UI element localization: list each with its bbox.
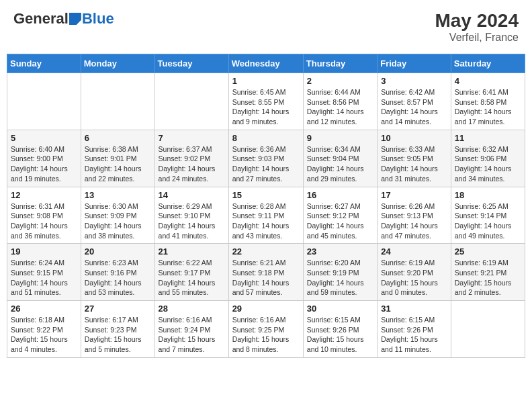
day-info: Sunrise: 6:15 AMSunset: 9:26 PMDaylight:… — [307, 315, 373, 355]
table-row: 18Sunrise: 6:25 AMSunset: 9:14 PMDayligh… — [451, 187, 525, 244]
day-number: 27 — [85, 304, 151, 314]
day-number: 22 — [232, 246, 300, 257]
table-row — [7, 73, 81, 130]
table-row: 23Sunrise: 6:20 AMSunset: 9:19 PMDayligh… — [303, 244, 377, 301]
day-number: 4 — [455, 76, 521, 86]
day-number: 10 — [381, 133, 447, 143]
day-number: 12 — [11, 190, 77, 200]
day-number: 23 — [307, 246, 373, 257]
table-row: 14Sunrise: 6:29 AMSunset: 9:10 PMDayligh… — [154, 187, 228, 244]
calendar-week-row: 12Sunrise: 6:31 AMSunset: 9:08 PMDayligh… — [7, 187, 525, 244]
header-monday: Monday — [81, 54, 154, 73]
header-saturday: Saturday — [451, 54, 525, 73]
calendar-header-row: Sunday Monday Tuesday Wednesday Thursday… — [7, 54, 525, 73]
day-info: Sunrise: 6:22 AMSunset: 9:17 PMDaylight:… — [159, 258, 225, 298]
day-number: 16 — [307, 190, 373, 200]
day-number: 19 — [11, 246, 77, 257]
day-number: 30 — [307, 304, 373, 314]
table-row: 19Sunrise: 6:24 AMSunset: 9:15 PMDayligh… — [7, 244, 81, 301]
day-info: Sunrise: 6:27 AMSunset: 9:12 PMDaylight:… — [307, 201, 373, 241]
day-number: 15 — [232, 190, 300, 200]
day-info: Sunrise: 6:36 AMSunset: 9:03 PMDaylight:… — [232, 144, 300, 184]
day-info: Sunrise: 6:33 AMSunset: 9:05 PMDaylight:… — [381, 144, 447, 184]
table-row: 20Sunrise: 6:23 AMSunset: 9:16 PMDayligh… — [81, 244, 154, 301]
title-section: May 2024 Verfeil, France — [435, 10, 519, 44]
table-row — [154, 73, 228, 130]
calendar-week-row: 19Sunrise: 6:24 AMSunset: 9:15 PMDayligh… — [7, 244, 525, 301]
day-number: 14 — [159, 190, 225, 200]
day-number: 26 — [11, 304, 77, 314]
day-info: Sunrise: 6:42 AMSunset: 8:57 PMDaylight:… — [381, 87, 447, 127]
page-header: General Blue May 2024 Verfeil, France — [7, 7, 525, 47]
table-row — [81, 73, 154, 130]
table-row: 27Sunrise: 6:17 AMSunset: 9:23 PMDayligh… — [81, 301, 154, 358]
day-info: Sunrise: 6:26 AMSunset: 9:13 PMDaylight:… — [381, 201, 447, 241]
logo: General Blue — [13, 10, 114, 28]
table-row: 1Sunrise: 6:45 AMSunset: 8:55 PMDaylight… — [228, 73, 303, 130]
day-info: Sunrise: 6:32 AMSunset: 9:06 PMDaylight:… — [455, 144, 521, 184]
header-friday: Friday — [378, 54, 451, 73]
table-row: 25Sunrise: 6:19 AMSunset: 9:21 PMDayligh… — [451, 244, 525, 301]
day-info: Sunrise: 6:37 AMSunset: 9:02 PMDaylight:… — [159, 144, 225, 184]
table-row: 28Sunrise: 6:16 AMSunset: 9:24 PMDayligh… — [154, 301, 228, 358]
table-row: 30Sunrise: 6:15 AMSunset: 9:26 PMDayligh… — [303, 301, 377, 358]
header-wednesday: Wednesday — [228, 54, 303, 73]
day-number: 11 — [455, 133, 521, 143]
table-row: 9Sunrise: 6:34 AMSunset: 9:04 PMDaylight… — [303, 130, 377, 187]
table-row: 7Sunrise: 6:37 AMSunset: 9:02 PMDaylight… — [154, 130, 228, 187]
table-row: 5Sunrise: 6:40 AMSunset: 9:00 PMDaylight… — [7, 130, 81, 187]
day-number: 8 — [232, 133, 300, 143]
day-info: Sunrise: 6:16 AMSunset: 9:25 PMDaylight:… — [232, 315, 300, 355]
calendar-week-row: 5Sunrise: 6:40 AMSunset: 9:00 PMDaylight… — [7, 130, 525, 187]
calendar-week-row: 1Sunrise: 6:45 AMSunset: 8:55 PMDaylight… — [7, 73, 525, 130]
table-row: 6Sunrise: 6:38 AMSunset: 9:01 PMDaylight… — [81, 130, 154, 187]
day-number: 21 — [159, 246, 225, 257]
day-number: 2 — [307, 76, 373, 86]
calendar-table: Sunday Monday Tuesday Wednesday Thursday… — [7, 54, 525, 358]
calendar-week-row: 26Sunrise: 6:18 AMSunset: 9:22 PMDayligh… — [7, 301, 525, 358]
table-row: 2Sunrise: 6:44 AMSunset: 8:56 PMDaylight… — [303, 73, 377, 130]
day-info: Sunrise: 6:45 AMSunset: 8:55 PMDaylight:… — [232, 87, 300, 127]
day-number: 31 — [381, 304, 447, 314]
day-number: 25 — [455, 246, 521, 257]
table-row: 13Sunrise: 6:30 AMSunset: 9:09 PMDayligh… — [81, 187, 154, 244]
month-year-title: May 2024 — [435, 10, 519, 32]
day-number: 1 — [232, 76, 300, 86]
day-info: Sunrise: 6:23 AMSunset: 9:16 PMDaylight:… — [85, 258, 151, 298]
logo-general-text: General — [13, 10, 69, 28]
table-row: 10Sunrise: 6:33 AMSunset: 9:05 PMDayligh… — [378, 130, 451, 187]
day-info: Sunrise: 6:18 AMSunset: 9:22 PMDaylight:… — [11, 315, 77, 355]
day-info: Sunrise: 6:15 AMSunset: 9:26 PMDaylight:… — [381, 315, 447, 355]
table-row: 11Sunrise: 6:32 AMSunset: 9:06 PMDayligh… — [451, 130, 525, 187]
table-row: 8Sunrise: 6:36 AMSunset: 9:03 PMDaylight… — [228, 130, 303, 187]
day-info: Sunrise: 6:17 AMSunset: 9:23 PMDaylight:… — [85, 315, 151, 355]
header-tuesday: Tuesday — [154, 54, 228, 73]
table-row: 29Sunrise: 6:16 AMSunset: 9:25 PMDayligh… — [228, 301, 303, 358]
day-info: Sunrise: 6:34 AMSunset: 9:04 PMDaylight:… — [307, 144, 373, 184]
day-number: 29 — [232, 304, 300, 314]
day-number: 6 — [85, 133, 151, 143]
day-info: Sunrise: 6:19 AMSunset: 9:21 PMDaylight:… — [455, 258, 521, 298]
day-number: 13 — [85, 190, 151, 200]
day-info: Sunrise: 6:31 AMSunset: 9:08 PMDaylight:… — [11, 201, 77, 241]
day-info: Sunrise: 6:41 AMSunset: 8:58 PMDaylight:… — [455, 87, 521, 127]
table-row: 22Sunrise: 6:21 AMSunset: 9:18 PMDayligh… — [228, 244, 303, 301]
day-number: 9 — [307, 133, 373, 143]
table-row: 16Sunrise: 6:27 AMSunset: 9:12 PMDayligh… — [303, 187, 377, 244]
day-info: Sunrise: 6:25 AMSunset: 9:14 PMDaylight:… — [455, 201, 521, 241]
day-number: 17 — [381, 190, 447, 200]
day-number: 20 — [85, 246, 151, 257]
day-number: 28 — [159, 304, 225, 314]
table-row: 26Sunrise: 6:18 AMSunset: 9:22 PMDayligh… — [7, 301, 81, 358]
header-sunday: Sunday — [7, 54, 81, 73]
day-number: 24 — [381, 246, 447, 257]
location-subtitle: Verfeil, France — [435, 32, 519, 44]
table-row: 12Sunrise: 6:31 AMSunset: 9:08 PMDayligh… — [7, 187, 81, 244]
table-row — [451, 301, 525, 358]
day-info: Sunrise: 6:30 AMSunset: 9:09 PMDaylight:… — [85, 201, 151, 241]
table-row: 3Sunrise: 6:42 AMSunset: 8:57 PMDaylight… — [378, 73, 451, 130]
table-row: 17Sunrise: 6:26 AMSunset: 9:13 PMDayligh… — [378, 187, 451, 244]
day-info: Sunrise: 6:16 AMSunset: 9:24 PMDaylight:… — [159, 315, 225, 355]
header-thursday: Thursday — [303, 54, 377, 73]
day-number: 5 — [11, 133, 77, 143]
